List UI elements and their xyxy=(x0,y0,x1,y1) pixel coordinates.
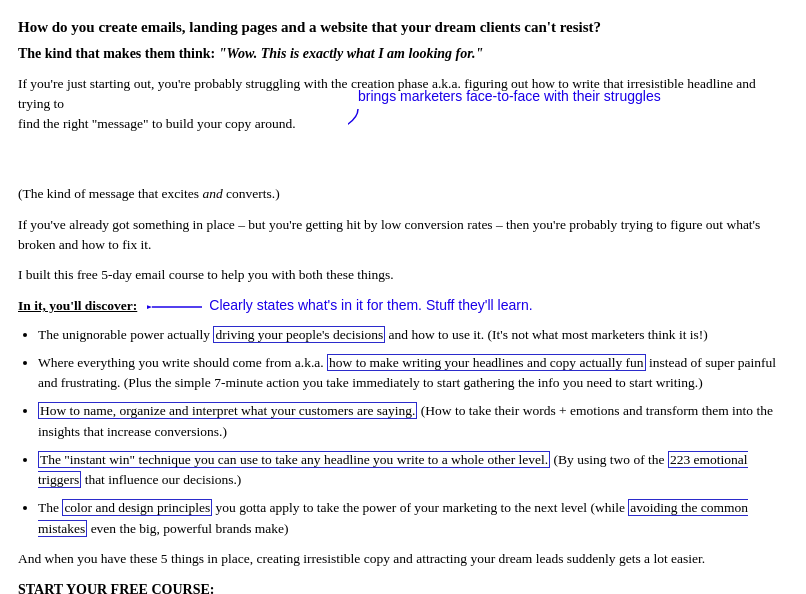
highlight-instant-win: The "instant win" technique you can use … xyxy=(38,451,550,468)
list-item: The unignorable power actually driving y… xyxy=(38,325,788,345)
intro-p3: If you've already got something in place… xyxy=(18,215,788,256)
list-item: Where everything you write should come f… xyxy=(38,353,788,394)
highlight-name-organize: How to name, organize and interpret what… xyxy=(38,402,417,419)
annotation-1-container: brings marketers face-to-face with their… xyxy=(18,134,788,184)
list-item: The "instant win" technique you can use … xyxy=(38,450,788,491)
list-item: The color and design principles you gott… xyxy=(38,498,788,539)
list-item: How to name, organize and interpret what… xyxy=(38,401,788,442)
intro-block-1: If you're just starting out, you're prob… xyxy=(18,74,788,185)
subtitle: The kind that makes them think: "Wow. Th… xyxy=(18,43,788,64)
annotation-1-text: brings marketers face-to-face with their… xyxy=(358,86,661,107)
cta-label: START YOUR FREE COURSE: xyxy=(18,579,788,594)
in-it-arrow xyxy=(147,298,202,316)
page-title: How do you create emails, landing pages … xyxy=(18,16,788,39)
intro-p4: I built this free 5-day email course to … xyxy=(18,265,788,285)
annotation-2-text: Clearly states what's in it for them. St… xyxy=(209,297,532,313)
annotation-arrow-1 xyxy=(348,104,548,164)
highlight-driving: driving your people's decisions xyxy=(213,326,385,343)
intro-p2: (The kind of message that excites and co… xyxy=(18,184,788,204)
highlight-color-design: color and design principles xyxy=(62,499,212,516)
in-it-section: In it, you'll discover: Clearly states w… xyxy=(18,295,788,316)
bullet-list: The unignorable power actually driving y… xyxy=(38,325,788,539)
closing-paragraph: And when you have these 5 things in plac… xyxy=(18,549,788,569)
in-it-label: In it, you'll discover: xyxy=(18,298,137,313)
highlight-headlines: how to make writing your headlines and c… xyxy=(327,354,646,371)
